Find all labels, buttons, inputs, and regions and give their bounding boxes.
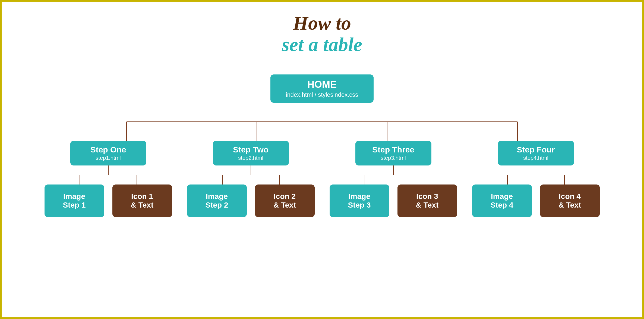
step-column-3: Step Three step3.html ImageStep 3 Icon 3… [328,141,459,217]
home-to-steps-connector [37,103,607,141]
step1-to-leaves-connector [57,165,160,184]
step3-image-label: ImageStep 3 [348,192,371,209]
title-line1: How to [282,12,362,34]
home-sub: index.html / stylesindex.css [279,91,365,98]
step3-icon-label: Icon 3& Text [416,192,439,209]
step4-image-label: ImageStep 4 [490,192,513,209]
step2-leaves: ImageStep 2 Icon 2& Text [187,184,315,217]
title-area: How to set a table [282,12,362,55]
step4-image-node[interactable]: ImageStep 4 [472,184,532,217]
step1-image-node[interactable]: ImageStep 1 [45,184,104,217]
step-column-2: Step Two step2.html ImageStep 2 Icon 2& … [186,141,316,217]
title-line2: set a table [282,34,362,55]
title-to-home-line [322,61,322,74]
step1-icon-label: Icon 1& Text [131,192,154,209]
step-one-sub: step1.html [78,155,138,161]
step-four-node[interactable]: Step Four step4.html [498,141,574,165]
step4-to-leaves-connector [484,165,588,184]
step2-icon-label: Icon 2& Text [273,192,296,209]
step1-icon-node[interactable]: Icon 1& Text [112,184,172,217]
step2-image-label: ImageStep 2 [205,192,228,209]
step-three-title: Step Three [364,145,423,154]
step-two-sub: step2.html [221,155,281,161]
step3-leaves: ImageStep 3 Icon 3& Text [330,184,457,217]
step-four-sub: step4.html [506,155,566,161]
step4-icon-node[interactable]: Icon 4& Text [540,184,600,217]
step-column-4: Step Four step4.html ImageStep 4 Icon 4&… [471,141,601,217]
steps-row: Step One step1.html ImageStep 1 Icon 1& … [37,141,607,217]
step2-to-leaves-connector [199,165,302,184]
step-three-sub: step3.html [364,155,423,161]
home-title: HOME [279,79,365,90]
step-column-1: Step One step1.html ImageStep 1 Icon 1& … [43,141,173,217]
step1-image-label: ImageStep 1 [63,192,86,209]
page: How to set a table HOME index.html / sty… [2,2,642,317]
step-two-title: Step Two [221,145,281,154]
step3-image-node[interactable]: ImageStep 3 [330,184,389,217]
step4-icon-label: Icon 4& Text [558,192,581,209]
home-node[interactable]: HOME index.html / stylesindex.css [270,74,374,103]
step-one-node[interactable]: Step One step1.html [70,141,146,165]
tree: HOME index.html / stylesindex.css Ste [2,61,642,217]
step3-to-leaves-connector [342,165,445,184]
step4-leaves: ImageStep 4 Icon 4& Text [472,184,600,217]
step-two-node[interactable]: Step Two step2.html [213,141,289,165]
step3-icon-node[interactable]: Icon 3& Text [397,184,457,217]
step2-icon-node[interactable]: Icon 2& Text [255,184,315,217]
step-four-title: Step Four [506,145,566,154]
step2-image-node[interactable]: ImageStep 2 [187,184,247,217]
step1-leaves: ImageStep 1 Icon 1& Text [45,184,172,217]
step-one-title: Step One [78,145,138,154]
step-three-node[interactable]: Step Three step3.html [355,141,431,165]
